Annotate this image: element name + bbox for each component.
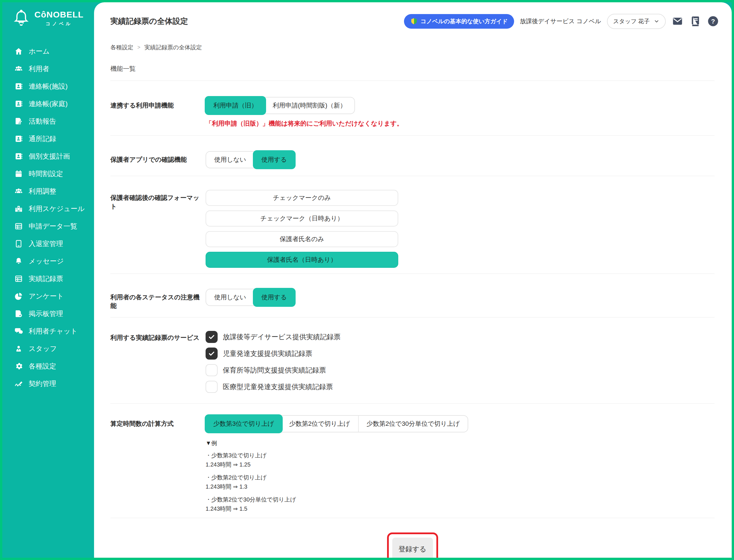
sidebar-item[interactable]: 利用スケジュール: [14, 200, 94, 217]
sidebar-item[interactable]: 入退室管理: [14, 235, 94, 252]
sidebar-item[interactable]: 個別支援計画: [14, 147, 94, 165]
board-check-icon: [14, 309, 23, 318]
checkbox-icon[interactable]: [206, 331, 218, 343]
example-item: ・少数第2位で30分単位で切り上げ 1.243時間 ⇒ 1.5: [206, 495, 715, 513]
breadcrumb-settings[interactable]: 各種設定: [110, 44, 133, 51]
sidebar-item[interactable]: 掲示板管理: [14, 305, 94, 322]
parent-confirm-toggle: 使用しない使用する: [206, 151, 295, 168]
gear-icon: [14, 362, 23, 370]
contract-icon: [14, 379, 23, 388]
checkbox-icon[interactable]: [206, 381, 218, 393]
toggle-option[interactable]: 少数第3位で切り上げ: [205, 414, 283, 433]
sidebar-item[interactable]: 連絡帳(家庭): [14, 95, 94, 112]
example-list: ・少数第3位で切り上げ 1.243時間 ⇒ 1.25 ・少数第2位で切り上げ 1…: [206, 451, 715, 513]
format-option[interactable]: チェックマークのみ: [206, 190, 398, 206]
beginner-mark-icon: [410, 17, 418, 25]
status-caution-toggle: 使用しない使用する: [206, 289, 295, 306]
format-option[interactable]: チェックマーク（日時あり）: [206, 210, 398, 227]
users-icon: [14, 187, 23, 196]
field-label-calc-method: 算定時間数の計算方式: [110, 415, 206, 513]
breadcrumb-separator: >: [137, 44, 140, 50]
section-status-caution: 利用者の各ステータスの注意機能 使用しない使用する: [110, 274, 715, 317]
deprecation-warning: 「利用申請（旧版）」機能は将来的にご利用いただけなくなります。: [206, 119, 715, 128]
bell-mascot-icon: [12, 9, 30, 28]
sidebar-item[interactable]: 利用調整: [14, 182, 94, 200]
tablet-icon: [14, 239, 23, 248]
section-heading: 機能一覧: [110, 65, 715, 81]
breadcrumb: 各種設定 > 実績記録票の全体設定: [94, 32, 732, 51]
toggle-option[interactable]: 使用する: [253, 288, 296, 307]
service-checkbox-row[interactable]: 保育所等訪問支援提供実績記録票: [206, 364, 715, 376]
toggle-option[interactable]: 使用しない: [206, 152, 254, 168]
sidebar-menu: ホーム 利用者 連絡帳(施設) 連絡帳(家庭) 活動報告 通所記録: [2, 35, 94, 392]
sidebar-item[interactable]: 通所記録: [14, 130, 94, 147]
toggle-option[interactable]: 少数第2位で切り上げ: [281, 416, 358, 432]
home-icon: [14, 47, 23, 56]
sidebar-item[interactable]: ホーム: [14, 42, 94, 60]
field-label-parent-confirm: 保護者アプリでの確認機能: [110, 151, 206, 168]
sidebar-item[interactable]: 利用者チャット: [14, 322, 94, 340]
toggle-option[interactable]: 少数第2位で30分単位で切り上げ: [358, 416, 468, 432]
sidebar-item[interactable]: 実績記録票: [14, 270, 94, 287]
service-checkbox-row[interactable]: 放課後等デイサービス提供実績記録票: [206, 331, 715, 343]
calc-example-block: ▼例 ・少数第3位で切り上げ 1.243時間 ⇒ 1.25 ・少数第2位で切り上…: [206, 439, 715, 513]
sidebar-item[interactable]: メッセージ: [14, 252, 94, 270]
mail-icon[interactable]: [671, 15, 684, 27]
person-icon: [14, 344, 23, 353]
sidebar-item[interactable]: 各種設定: [14, 357, 94, 375]
staff-selector[interactable]: スタッフ 花子: [607, 14, 666, 29]
checkbox-icon[interactable]: [206, 348, 218, 360]
settings-form: 機能一覧 連携する利用申請機能 利用申請（旧）利用申請(時間割版)（新） 「利用…: [94, 65, 732, 558]
toggle-option[interactable]: 使用する: [253, 150, 296, 169]
toggle-option[interactable]: 利用申請(時間割版)（新）: [265, 97, 354, 114]
calc-method-toggle: 少数第3位で切り上げ少数第2位で切り上げ少数第2位で30分単位で切り上げ: [206, 415, 468, 432]
calendar-icon: [14, 169, 23, 178]
content-panel: 実績記録票の全体設定 コノベルの基本的な使い方ガイド 放課後デイサービス コノベ…: [94, 2, 732, 558]
app-frame: CôNOBELL コノベル ホーム 利用者 連絡帳(施設) 連絡帳(家庭): [2, 2, 732, 558]
sidebar-item[interactable]: 時間割設定: [14, 165, 94, 182]
chat-icon: [14, 327, 23, 335]
sidebar-item[interactable]: 連絡帳(施設): [14, 77, 94, 95]
register-button[interactable]: 登録する: [392, 538, 433, 558]
section-parent-confirm: 保護者アプリでの確認機能 使用しない使用する: [110, 136, 715, 176]
record-service-checkboxes: 放課後等デイサービス提供実績記録票 児童発達支援提供実績記録票: [206, 331, 715, 393]
page-header: 実績記録票の全体設定 コノベルの基本的な使い方ガイド 放課後デイサービス コノベ…: [94, 2, 732, 32]
field-label-confirm-format: 保護者確認後の確認フォーマット: [110, 190, 206, 268]
field-label-application-feature: 連携する利用申請機能: [110, 97, 206, 128]
manual-book-icon[interactable]: [689, 15, 701, 27]
format-option[interactable]: 保護者氏名（日時あり）: [206, 252, 398, 268]
service-checkbox-row[interactable]: 児童発達支援提供実績記録票: [206, 347, 715, 360]
field-label-record-services: 利用する実績記録票のサービス: [110, 331, 206, 393]
app-name: CôNOBELL: [34, 10, 83, 19]
facility-name: 放課後デイサービス コノベル: [520, 17, 601, 25]
example-item: ・少数第2位で切り上げ 1.243時間 ⇒ 1.3: [206, 473, 715, 491]
toggle-option[interactable]: 利用申請（旧）: [205, 96, 266, 115]
section-record-services: 利用する実績記録票のサービス 放課後等デイサービス提供実績記録票: [110, 317, 715, 404]
svg-text:?: ?: [711, 17, 715, 25]
page-title: 実績記録票の全体設定: [110, 16, 188, 26]
highlight-annotation: 登録する: [387, 532, 438, 558]
activity-report-icon: [14, 117, 23, 126]
example-header: ▼例: [206, 439, 715, 447]
confirm-format-options: チェックマークのみチェックマーク（日時あり）保護者氏名のみ保護者氏名（日時あり）: [206, 190, 715, 268]
contact-book-icon: [14, 152, 23, 161]
format-option[interactable]: 保護者氏名のみ: [206, 231, 398, 247]
table-list-icon: [14, 222, 23, 231]
checkbox-icon[interactable]: [206, 364, 218, 376]
usage-guide-button[interactable]: コノベルの基本的な使い方ガイド: [404, 14, 514, 29]
example-item: ・少数第3位で切り上げ 1.243時間 ⇒ 1.25: [206, 451, 715, 469]
app-logo: CôNOBELL コノベル: [2, 2, 94, 35]
field-label-status-caution: 利用者の各ステータスの注意機能: [110, 289, 206, 310]
sidebar-item[interactable]: 申請データ一覧: [14, 217, 94, 235]
section-application-feature: 連携する利用申請機能 利用申請（旧）利用申請(時間割版)（新） 「利用申請（旧版…: [110, 81, 715, 136]
sidebar-item[interactable]: 契約管理: [14, 375, 94, 392]
sidebar-item[interactable]: スタッフ: [14, 340, 94, 357]
toggle-option[interactable]: 使用しない: [206, 289, 254, 305]
help-icon[interactable]: ?: [707, 15, 719, 27]
sidebar-item[interactable]: 利用者: [14, 60, 94, 77]
service-checkbox-row[interactable]: 医療型児童発達支援提供実績記録票: [206, 381, 715, 393]
section-confirm-format: 保護者確認後の確認フォーマット チェックマークのみチェックマーク（日時あり）保護…: [110, 176, 715, 274]
sidebar-item[interactable]: アンケート: [14, 287, 94, 305]
bell-icon: [14, 257, 23, 266]
sidebar-item[interactable]: 活動報告: [14, 112, 94, 130]
